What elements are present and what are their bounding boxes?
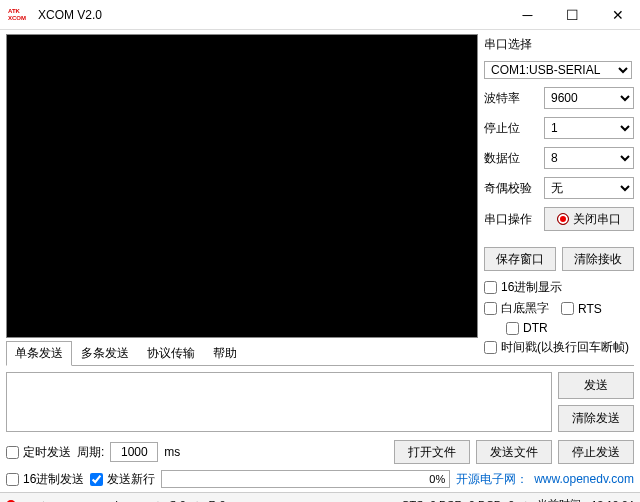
port-label: 串口选择 — [484, 36, 634, 53]
tab-protocol[interactable]: 协议传输 — [138, 341, 204, 366]
hex-display-checkbox[interactable]: 16进制显示 — [484, 279, 562, 296]
ms-label: ms — [164, 445, 180, 459]
toggle-port-button[interactable]: 关闭串口 — [544, 207, 634, 231]
stop-send-button[interactable]: 停止发送 — [558, 440, 634, 464]
website-link[interactable]: www.openedv.com — [534, 472, 634, 486]
timed-send-checkbox[interactable]: 定时发送 — [6, 444, 71, 461]
status-url: www.openedv.com — [55, 499, 147, 503]
op-label: 串口操作 — [484, 211, 532, 228]
stop-label: 停止位 — [484, 120, 520, 137]
status-bar: ▾ | www.openedv.com | S:0 | R:0 CTS=0 DS… — [0, 492, 640, 502]
stop-select[interactable]: 1 — [544, 117, 634, 139]
dtr-checkbox[interactable]: DTR — [506, 321, 548, 335]
status-received: R:0 — [209, 499, 226, 503]
status-signals: CTS=0 DSR=0 DCD=0 — [402, 499, 515, 503]
baud-select[interactable]: 9600 — [544, 87, 634, 109]
period-label: 周期: — [77, 444, 104, 461]
data-label: 数据位 — [484, 150, 520, 167]
parity-select[interactable]: 无 — [544, 177, 634, 199]
timestamp-checkbox[interactable]: 时间戳(以换行回车断帧) — [484, 339, 629, 356]
clear-send-button[interactable]: 清除发送 — [558, 405, 634, 432]
maximize-button[interactable]: ☐ — [550, 0, 595, 30]
sidebar: 串口选择 COM1:USB-SERIAL 波特率 9600 停止位 1 数据位 … — [484, 34, 634, 338]
dropdown-icon[interactable]: ▾ — [26, 498, 32, 502]
data-select[interactable]: 8 — [544, 147, 634, 169]
link-label: 开源电子网： — [456, 471, 528, 488]
minimize-button[interactable]: ─ — [505, 0, 550, 30]
status-time-label: 当前时间 — [537, 497, 581, 502]
white-bg-checkbox[interactable]: 白底黑字 — [484, 300, 549, 317]
status-sent: S:0 — [169, 499, 186, 503]
hex-send-checkbox[interactable]: 16进制发送 — [6, 471, 84, 488]
receive-display — [6, 34, 478, 338]
tab-help[interactable]: 帮助 — [204, 341, 246, 366]
baud-label: 波特率 — [484, 90, 520, 107]
tab-single-send[interactable]: 单条发送 — [6, 341, 72, 366]
send-newline-checkbox[interactable]: 发送新行 — [90, 471, 155, 488]
save-window-button[interactable]: 保存窗口 — [484, 247, 556, 271]
tab-multi-send[interactable]: 多条发送 — [72, 341, 138, 366]
send-button[interactable]: 发送 — [558, 372, 634, 399]
open-file-button[interactable]: 打开文件 — [394, 440, 470, 464]
close-button[interactable]: ✕ — [595, 0, 640, 30]
clear-receive-button[interactable]: 清除接收 — [562, 247, 634, 271]
send-file-button[interactable]: 发送文件 — [476, 440, 552, 464]
period-input[interactable] — [110, 442, 158, 462]
app-logo: ATKXCOM — [8, 7, 32, 23]
record-icon — [557, 213, 569, 225]
port-select[interactable]: COM1:USB-SERIAL — [484, 61, 632, 79]
parity-label: 奇偶校验 — [484, 180, 532, 197]
send-input[interactable] — [6, 372, 552, 432]
window-title: XCOM V2.0 — [38, 8, 505, 22]
rts-checkbox[interactable]: RTS — [561, 300, 602, 317]
progress-bar: 0% — [161, 470, 450, 488]
status-time: 13:10:04 — [591, 499, 634, 503]
titlebar: ATKXCOM XCOM V2.0 ─ ☐ ✕ — [0, 0, 640, 30]
